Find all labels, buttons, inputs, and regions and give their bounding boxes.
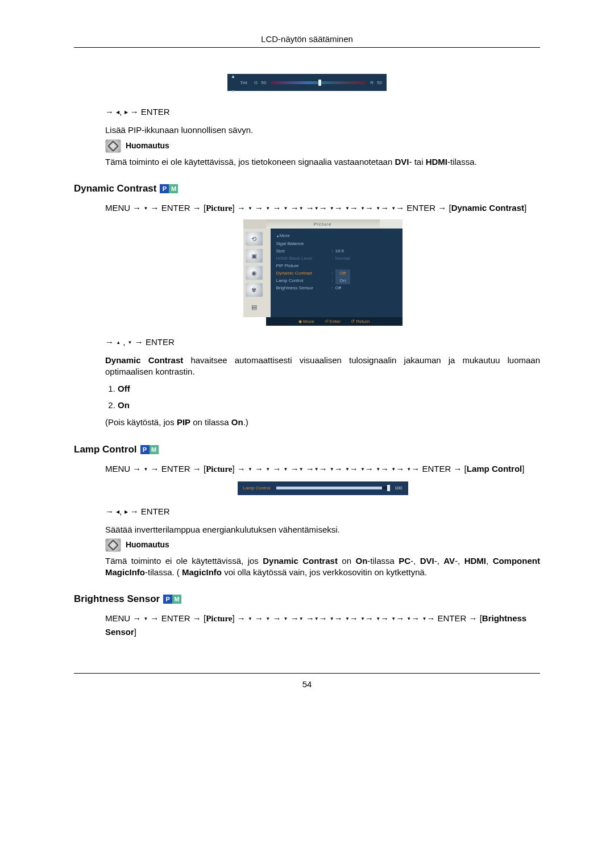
left-arrow-icon <box>116 107 119 117</box>
osd-row-hdmi-l: HDMI Black Level <box>276 255 332 262</box>
dynamic-nav-line: → , → ENTER <box>105 337 540 347</box>
osd-side-icon-4: ✾ <box>246 283 263 297</box>
dynamic-opt-off: Off <box>118 384 130 393</box>
osd-side-icon-5: ▤ <box>246 300 263 314</box>
tint-g-label: G <box>254 80 258 85</box>
lamp-desc: Säätää invertterilamppua energiankulutuk… <box>105 524 540 535</box>
tint-g-value: 50 <box>261 80 266 85</box>
tint-pip-text: Lisää PIP-ikkunaan luonnollisen sävyn. <box>105 124 540 136</box>
lamp-note-body: Tämä toiminto ei ole käytettävissä, jos … <box>105 555 540 578</box>
osd-side-icon-3: ◉ <box>246 266 263 280</box>
note-icon <box>105 139 121 153</box>
osd-row-size-l: Size <box>276 247 332 255</box>
dynamic-menu-path: MENU → → ENTER → [Picture] → → → → →→ → … <box>105 201 540 215</box>
osd-row-bs-l: Brightness Sensor <box>276 284 332 292</box>
lamp-control-heading: Lamp Control PM <box>74 444 540 455</box>
lamp-nav-line: → , → ENTER <box>105 506 540 516</box>
up-arrow-icon <box>116 337 121 347</box>
brightness-menu-path: MENU → → ENTER → [Picture] → → → → →→ → … <box>105 612 540 639</box>
lamp-slider-track <box>276 487 389 489</box>
brightness-sensor-heading: Brightness Sensor PM <box>74 593 540 605</box>
osd-side-icon-1: ⟲ <box>246 232 263 246</box>
lamp-slider-thumb <box>387 485 390 491</box>
lamp-slider-fill <box>276 487 383 489</box>
osd-row-bs-v: Off <box>335 284 398 292</box>
dynamic-desc: Dynamic Contrast havaitsee automaattises… <box>105 355 540 377</box>
tint-arrows-icon: ▲▼ <box>231 74 235 94</box>
osd-row-pip: PIP Picture <box>276 262 332 269</box>
right-arrow-icon <box>125 107 128 117</box>
lamp-note-heading: Huomautus <box>105 538 540 552</box>
osd-row-size-v: 16:9 <box>335 247 398 255</box>
tint-slider-thumb <box>318 80 321 86</box>
dynamic-options: Off On <box>105 384 540 410</box>
osd-row-dc-l: Dynamic Contrast <box>276 269 332 277</box>
pm-badge-icon: PM <box>160 184 178 193</box>
right-arrow-icon <box>125 506 128 516</box>
lamp-osd-value: 100 <box>395 485 402 491</box>
dynamic-pip-note: (Pois käytöstä, jos PIP on tilassa On.) <box>105 417 540 428</box>
header-rule <box>74 47 540 48</box>
lamp-osd: Lamp Control 100 <box>238 481 408 495</box>
page-title: LCD-näytön säätäminen <box>0 34 614 44</box>
osd-title: Picture <box>266 219 380 229</box>
tint-r-label: R <box>370 80 374 85</box>
tint-r-value: 50 <box>377 80 382 85</box>
tint-nav-line: → , → ENTER <box>105 107 540 117</box>
down-arrow-icon <box>128 337 132 347</box>
page-footer: 54 <box>74 673 540 689</box>
tint-osd: ▲▼ Tint G 50 R 50 <box>227 70 387 95</box>
tint-label: Tint <box>240 80 247 85</box>
osd-row-more: More <box>276 232 332 240</box>
tint-note-heading: Huomautus <box>105 139 540 153</box>
osd-hint-bar: ◆ Move ⏎ Enter ↺ Return <box>266 317 403 326</box>
pm-badge-icon: PM <box>163 595 181 604</box>
page-number: 54 <box>302 679 312 689</box>
pm-badge-icon: PM <box>140 445 159 454</box>
tint-slider-track <box>271 81 366 84</box>
osd-row-lamp-v: On <box>335 277 351 284</box>
lamp-osd-label: Lamp Control <box>243 485 271 491</box>
osd-row-hdmi-v: Normal <box>335 255 398 262</box>
osd-row-dc-v: Off <box>335 269 351 277</box>
lamp-menu-path: MENU → → ENTER → [Picture] → → → → →→ → … <box>105 462 540 476</box>
osd-row-sigal: Sigal Balance <box>276 240 332 247</box>
left-arrow-icon <box>116 506 119 516</box>
dynamic-contrast-heading: Dynamic Contrast PM <box>74 183 540 194</box>
osd-side-icon-2: ▣ <box>246 249 263 263</box>
osd-row-lamp-l: Lamp Control <box>276 277 332 284</box>
dynamic-opt-on: On <box>118 400 130 410</box>
picture-osd: Picture ⟲ ▣ ◉ ✾ ▤ More Sigal Balance Siz… <box>243 219 403 326</box>
note-icon <box>105 538 121 552</box>
tint-note-body: Tämä toiminto ei ole käytettävissä, jos … <box>105 156 540 168</box>
